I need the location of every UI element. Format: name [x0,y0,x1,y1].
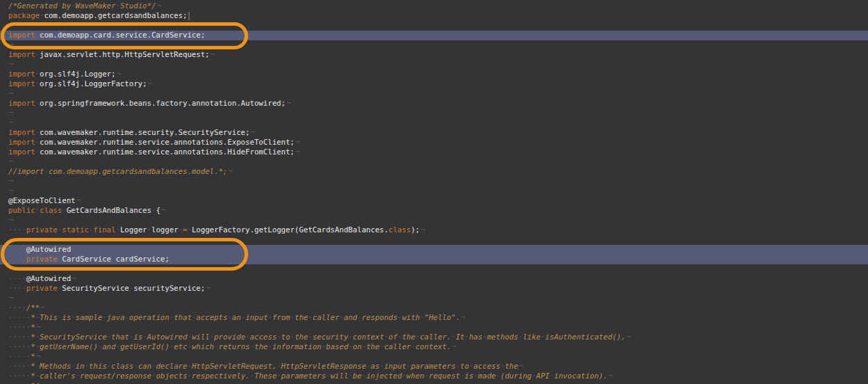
code-token-comment: (during [500,371,532,381]
code-line[interactable]: ¬ [0,177,868,186]
code-line[interactable]: ····@Autowired¬ [0,274,868,284]
code-token-comment: caller. [420,333,451,342]
code-token-plain: @ExposeToClient [8,196,76,205]
code-line[interactable]: /*Generated·by·WaveMaker·Studio*/¬ [0,1,868,11]
code-line[interactable]: import·org.slf4j.Logger;¬ [0,70,868,79]
code-line[interactable]: //import·com.demoapp.getcardsandbalances… [0,167,868,177]
code-line[interactable]: @ExposeToClient¬ [0,196,868,206]
code-token-comment: Studio*/ [120,1,156,10]
code-line-highlighted[interactable]: import·com.demoapp.card.service.CardServ… [0,31,868,40]
code-line[interactable]: ·····*·Methods·in·this·class·can·declare… [0,362,868,371]
code-token-comment: HttpServletRequest, [192,362,277,371]
eol-marker: ¬ [205,284,210,293]
code-line[interactable]: ¬ [0,235,868,245]
code-token-comment: is [62,313,71,322]
code-token-comment: parameters [281,371,326,381]
code-line[interactable]: import·com.wavemaker.runtime.service.ann… [0,147,868,157]
code-token-comment: by [62,1,71,10]
code-line[interactable]: ¬ [0,60,868,70]
code-token-comment: Autowired [147,333,188,342]
code-token-comment: SecurityService [40,333,107,342]
code-token-comment: /** [26,303,40,312]
code-token-comment: /*Generated [8,1,58,10]
code-line[interactable]: ¬ [0,118,868,128]
code-token-kw: import [8,147,35,157]
code-line[interactable]: ¬ [0,89,868,99]
code-editor[interactable]: /*Generated·by·WaveMaker·Studio*/¬packag… [0,0,868,384]
code-line[interactable]: ¬ [0,264,868,274]
code-line[interactable]: ·····*·caller's·request/response·objects… [0,371,868,381]
code-line[interactable]: ¬ [0,21,868,31]
code-token-kw: class [40,206,62,215]
code-line[interactable]: ····private·SecurityService·securityServ… [0,284,868,294]
code-token-comment: to [281,333,290,342]
code-line[interactable]: package·com.demoapp.getcardsandbalances; [0,11,868,21]
code-token-comment: on [353,342,362,351]
code-line[interactable]: ¬ [0,40,868,50]
code-token-comment: is [133,333,142,342]
eol-marker: ¬ [40,303,44,312]
code-token-plain: cardService; [115,255,169,264]
code-token-comment: information [272,342,322,351]
code-token-comment: operation [129,313,170,322]
code-line[interactable]: import·com.wavemaker.runtime.service.ann… [0,138,868,147]
code-token-comment: returns [219,342,250,351]
code-line[interactable]: ····private·static·final·Logger·logger·=… [0,225,868,235]
code-line[interactable]: import·org.slf4j.LoggerFactory;¬ [0,79,868,89]
eol-marker: ¬ [35,352,40,361]
code-token-comment: * [31,323,35,332]
code-token-plain: GetCardsAndBalances [67,206,152,215]
eol-marker: ¬ [40,381,44,384]
code-token-comment: Methods [40,362,71,371]
code-token-kw: static [62,225,89,234]
eol-marker: ¬ [170,255,174,264]
code-token-comment: from [272,313,290,322]
code-line[interactable]: ·····*·SecurityService·that·is·Autowired… [0,333,868,342]
code-token-comment: the [402,333,415,342]
code-token-comment: */ [31,381,40,384]
code-token-plain: securityService; [133,284,205,293]
code-line[interactable]: ·····*·This·is·sample·java·operation·tha… [0,313,868,323]
code-line[interactable]: ····/**¬ [0,303,868,313]
code-line-highlighted[interactable]: ····@Autowired¬ [0,245,868,255]
code-line[interactable]: ¬ [0,294,868,303]
code-token-comment: be [353,371,362,381]
code-line[interactable]: import·org.springframework.beans.factory… [0,99,868,109]
code-line[interactable]: import·javax.servlet.http.HttpServletReq… [0,50,868,60]
code-line[interactable]: ¬ [0,216,868,225]
code-token-comment: * [31,352,35,361]
code-token-comment: this [89,362,107,371]
code-token-comment: HttpServletResponse [281,362,366,371]
code-token-comment: and [102,342,115,351]
code-token-comment: provide [214,333,245,342]
code-token-comment: isAuthenticated(), [545,333,625,342]
code-token-comment: will [192,333,210,342]
code-line[interactable]: ·····*¬ [0,352,868,362]
eol-marker: ¬ [460,313,465,322]
code-token-kw: private [26,255,58,264]
code-token-comment: which [192,342,214,351]
code-token-comment: has [469,333,482,342]
code-line[interactable]: ¬ [0,109,868,118]
code-line[interactable]: public·class·GetCardsAndBalances·{¬ [0,206,868,216]
code-token-plain: com.demoapp.getcardsandbalances; [44,11,187,20]
code-token-comment: is [464,371,473,381]
code-token-comment: security [313,333,348,342]
code-token-comment: etc [174,342,187,351]
code-line[interactable]: import·com.wavemaker.runtime.security.Se… [0,128,868,138]
code-token-comment: access [250,333,277,342]
code-token-comment: like [523,333,541,342]
code-token-kw: final [93,225,115,234]
code-token-plain: javax.servlet.http.HttpServletRequest; [40,50,210,59]
eol-marker: ¬ [76,196,81,205]
code-line-highlighted[interactable]: ····private·CardService·cardService;¬ [0,255,868,264]
code-line[interactable]: ·····*·getUserName()·and·getUserId()·etc… [0,342,868,352]
code-line[interactable]: ·····*/¬ [0,381,868,384]
code-line[interactable]: ¬ [0,186,868,196]
code-token-comment: respectively. [192,371,250,381]
code-token-comment: an [232,313,241,322]
code-line[interactable]: ¬ [0,157,868,167]
code-token-comment: accepts [196,313,227,322]
code-line[interactable]: ·····*¬ [0,323,868,333]
code-token-plain: org.slf4j.Logger; [40,70,115,79]
